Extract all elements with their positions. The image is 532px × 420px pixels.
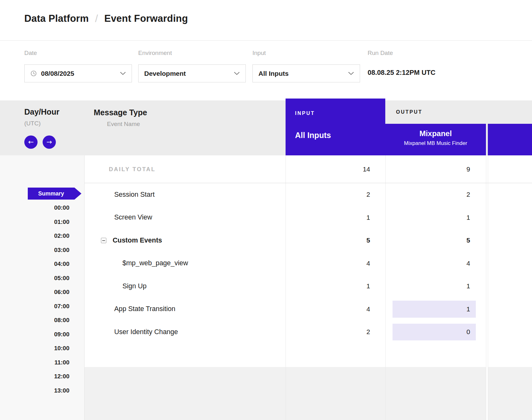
environment-dropdown[interactable]: Development	[138, 64, 246, 82]
event-name-cell: User Identity Change	[114, 321, 178, 344]
summary-tab[interactable]: Summary	[28, 188, 81, 200]
breadcrumb: Data Platform / Event Forwarding	[24, 13, 188, 25]
event-name: Custom Events	[113, 237, 162, 244]
input-count: 1	[286, 275, 385, 298]
event-name-cell: Session Start	[114, 183, 155, 206]
grid-body: Summary 00:0001:0002:0003:0004:0005:0006…	[0, 155, 532, 420]
run-date-label: Run Date	[368, 50, 393, 57]
breadcrumb-current: Event Forwarding	[104, 13, 188, 24]
hour-row-label[interactable]: 05:00	[0, 271, 69, 285]
day-hour-title: Day/Hour	[24, 107, 59, 117]
hour-row-label[interactable]: 02:00	[0, 229, 69, 243]
hour-row-label[interactable]: 00:00	[0, 201, 69, 215]
event-row: Session Start22	[85, 183, 532, 206]
output-column-title: Mixpanel	[385, 129, 486, 138]
event-name: App State Transition	[114, 305, 175, 313]
event-name-subtitle: Event Name	[107, 121, 140, 128]
breadcrumb-separator: /	[95, 13, 98, 25]
day-hour-subtitle: (UTC)	[24, 120, 41, 127]
event-row: Custom Events55	[85, 229, 532, 252]
breadcrumb-parent[interactable]: Data Platform	[24, 13, 89, 24]
event-row: User Identity Change20	[85, 321, 532, 344]
arrow-right-icon: →	[46, 138, 52, 146]
input-dropdown[interactable]: All Inputs	[252, 64, 360, 82]
run-date-value: 08.08.25 2:12PM UTC	[368, 69, 435, 77]
input-section-label: INPUT	[295, 111, 315, 116]
input-count: 4	[286, 298, 385, 321]
event-row: App State Transition41	[85, 298, 532, 321]
output-count: 4	[385, 252, 486, 275]
empty-rows-area	[488, 367, 532, 420]
daily-total-row: DAILY TOTAL 14 9	[85, 155, 532, 183]
output-count: 1	[393, 301, 476, 318]
hour-row-label[interactable]: 08:00	[0, 313, 69, 327]
event-rows: Session Start22Screen View11Custom Event…	[85, 183, 532, 344]
event-name: Sign Up	[122, 282, 147, 290]
input-value: All Inputs	[258, 70, 289, 77]
topbar: Data Platform / Event Forwarding	[0, 0, 532, 41]
hour-row-label[interactable]: 07:00	[0, 299, 69, 314]
event-row: $mp_web_page_view44	[85, 252, 532, 275]
input-column-header: INPUT All Inputs	[286, 99, 385, 155]
input-count: 4	[286, 252, 385, 275]
environment-value: Development	[144, 70, 186, 77]
chevron-down-icon	[234, 72, 240, 75]
date-value: 08/08/2025	[41, 70, 74, 77]
event-name: Screen View	[114, 213, 152, 221]
clock-icon	[30, 70, 37, 77]
hour-row-label[interactable]: 03:00	[0, 243, 69, 257]
output-count: 1	[385, 206, 486, 229]
day-hour-column: Summary 00:0001:0002:0003:0004:0005:0006…	[0, 155, 85, 420]
output-column-header: Mixpanel Mixpanel MB Music Finder	[385, 124, 486, 155]
hour-row-label[interactable]: 12:00	[0, 369, 69, 384]
hour-row-label[interactable]: 11:00	[0, 356, 69, 370]
hours-list: 00:0001:0002:0003:0004:0005:0006:0007:00…	[0, 201, 69, 398]
input-column-title: All Inputs	[295, 131, 331, 140]
hour-row-label[interactable]: 06:00	[0, 285, 69, 299]
output-section-label: OUTPUT	[396, 109, 423, 115]
message-type-title: Message Type	[94, 108, 147, 117]
environment-filter-label: Environment	[138, 50, 172, 57]
output-column-subtitle: Mixpanel MB Music Finder	[385, 140, 486, 147]
collapse-toggle-icon[interactable]	[101, 238, 106, 243]
event-name-cell: Sign Up	[122, 275, 147, 298]
input-count: 2	[286, 183, 385, 206]
event-name-cell: $mp_web_page_view	[122, 252, 188, 275]
input-count: 1	[286, 206, 385, 229]
hour-row-label[interactable]: 09:00	[0, 327, 69, 342]
input-count: 5	[286, 229, 385, 252]
hour-row-label[interactable]: 13:00	[0, 384, 69, 398]
date-dropdown[interactable]: 08/08/2025	[24, 64, 132, 82]
event-name: Session Start	[114, 191, 155, 199]
event-name: $mp_web_page_view	[122, 259, 188, 267]
date-filter-label: Date	[24, 50, 37, 57]
daily-total-output-count: 9	[385, 155, 486, 183]
next-output-column-header	[488, 124, 532, 155]
event-name-cell: Custom Events	[101, 229, 162, 252]
daily-total-label: DAILY TOTAL	[109, 166, 156, 173]
output-count: 5	[385, 229, 486, 252]
output-count: 1	[385, 275, 486, 298]
event-name-cell: Screen View	[114, 206, 152, 229]
chevron-down-icon	[120, 72, 126, 75]
arrow-left-icon: ←	[28, 138, 34, 146]
hour-row-label[interactable]: 04:00	[0, 257, 69, 271]
grid-header: Day/Hour (UTC) ← → Message Type Event Na…	[0, 100, 532, 155]
input-filter-label: Input	[252, 50, 266, 57]
event-name-cell: App State Transition	[114, 298, 175, 321]
filter-bar: Date Environment Input Run Date 08/08/20…	[0, 41, 532, 100]
next-day-button[interactable]: →	[43, 135, 56, 149]
empty-rows-area	[85, 367, 486, 420]
input-count: 2	[286, 321, 385, 344]
event-row: Screen View11	[85, 206, 532, 229]
daily-total-input-count: 14	[286, 155, 385, 183]
hour-row-label[interactable]: 10:00	[0, 341, 69, 356]
event-row: Sign Up11	[85, 275, 532, 298]
event-name: User Identity Change	[114, 328, 178, 336]
previous-day-button[interactable]: ←	[24, 135, 38, 149]
output-count: 2	[385, 183, 486, 206]
hour-row-label[interactable]: 01:00	[0, 215, 69, 229]
event-forwarding-page: Data Platform / Event Forwarding Date En…	[0, 0, 532, 420]
chevron-down-icon	[348, 72, 354, 75]
output-count: 0	[393, 324, 476, 341]
